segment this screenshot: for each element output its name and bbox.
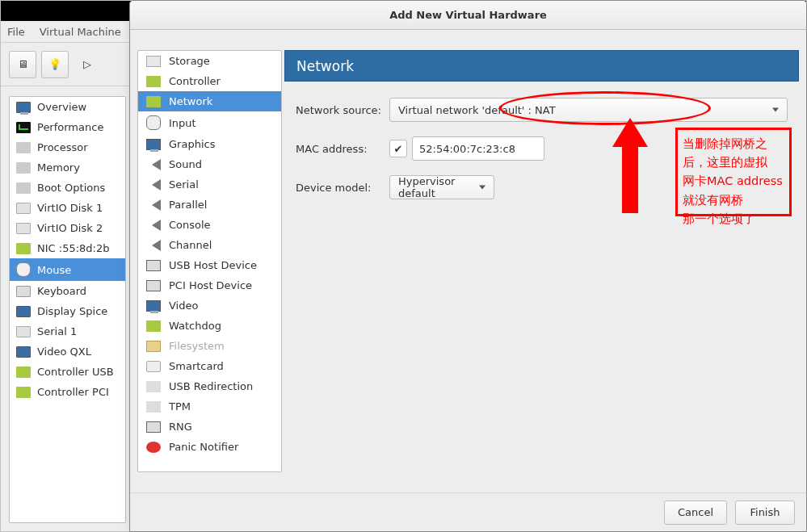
sidebar-item-nic[interactable]: NIC :55:8d:2b xyxy=(10,238,125,258)
graphics-icon xyxy=(146,139,161,150)
pci-icon xyxy=(146,280,161,291)
sidebar-item-label: Display Spice xyxy=(37,305,107,317)
hw-item-label: TPM xyxy=(169,400,191,413)
keyboard-icon xyxy=(16,286,31,297)
hardware-type-list[interactable]: Storage Controller Network Input Graphic… xyxy=(137,50,282,472)
cpu-icon xyxy=(16,142,31,153)
sidebar-item-label: Performance xyxy=(37,121,103,133)
sidebar-item-processor[interactable]: Processor xyxy=(10,137,125,157)
sidebar-item-controller-usb[interactable]: Controller USB xyxy=(10,362,125,382)
sidebar-item-label: VirtIO Disk 2 xyxy=(37,222,103,234)
sidebar-item-overview[interactable]: Overview xyxy=(10,97,125,117)
sidebar-item-video-qxl[interactable]: Video QXL xyxy=(10,341,125,362)
device-model-select[interactable]: Hypervisor default xyxy=(389,175,494,199)
controller-icon xyxy=(16,367,31,378)
disk-icon xyxy=(16,223,31,234)
finish-button-label: Finish xyxy=(750,506,780,518)
hw-item-network[interactable]: Network xyxy=(138,91,281,111)
hw-item-usb-host-device[interactable]: USB Host Device xyxy=(138,255,281,275)
vm-hardware-sidebar[interactable]: Overview Performance Processor Memory Bo… xyxy=(9,96,126,523)
sidebar-item-memory[interactable]: Memory xyxy=(10,157,125,178)
hw-item-graphics[interactable]: Graphics xyxy=(138,134,281,154)
panic-icon xyxy=(146,442,161,453)
nic-icon xyxy=(16,243,31,254)
network-source-value: Virtual network 'default' : NAT xyxy=(398,104,556,116)
menu-file[interactable]: File xyxy=(7,26,25,38)
parallel-icon xyxy=(146,199,161,211)
disk-icon xyxy=(16,203,31,214)
hw-item-input[interactable]: Input xyxy=(138,111,281,134)
tpm-icon xyxy=(146,401,161,413)
hw-item-serial[interactable]: Serial xyxy=(138,174,281,195)
mac-address-input[interactable]: 52:54:00:7c:23:c8 xyxy=(412,136,544,161)
dialog-body: Storage Controller Network Input Graphic… xyxy=(130,30,806,492)
sidebar-item-label: Memory xyxy=(37,161,80,174)
sidebar-item-mouse[interactable]: Mouse xyxy=(10,258,125,281)
folder-icon xyxy=(146,341,161,352)
channel-icon xyxy=(146,240,161,251)
hw-item-label: Network xyxy=(169,95,212,107)
sidebar-item-display-spice[interactable]: Display Spice xyxy=(10,301,125,321)
sidebar-item-boot-options[interactable]: Boot Options xyxy=(10,178,125,198)
config-body: Network source: Virtual network 'default… xyxy=(284,82,799,472)
device-model-value: Hypervisor default xyxy=(398,175,485,199)
field-mac-address: MAC address: 52:54:00:7c:23:c8 xyxy=(296,136,788,161)
hw-item-label: Input xyxy=(169,117,196,129)
mac-address-checkbox[interactable] xyxy=(389,140,407,157)
hw-item-console[interactable]: Console xyxy=(138,215,281,235)
finish-button[interactable]: Finish xyxy=(735,501,795,525)
hw-item-pci-host-device[interactable]: PCI Host Device xyxy=(138,275,281,295)
dialog-titlebar[interactable]: Add New Virtual Hardware xyxy=(130,1,806,30)
hw-item-panic-notifier[interactable]: Panic Notifier xyxy=(138,437,281,457)
hw-item-label: Video xyxy=(169,300,198,312)
sidebar-item-label: Serial 1 xyxy=(37,325,77,337)
hw-item-label: Smartcard xyxy=(169,360,224,372)
hw-item-video[interactable]: Video xyxy=(138,295,281,316)
hw-item-parallel[interactable]: Parallel xyxy=(138,195,281,215)
network-source-label: Network source: xyxy=(296,104,389,116)
hw-item-watchdog[interactable]: Watchdog xyxy=(138,316,281,336)
hw-item-smartcard[interactable]: Smartcard xyxy=(138,356,281,376)
sidebar-item-label: Video QXL xyxy=(37,346,91,358)
sidebar-item-label: NIC :55:8d:2b xyxy=(37,242,110,254)
sidebar-item-serial-1[interactable]: Serial 1 xyxy=(10,321,125,341)
hw-item-label: USB Redirection xyxy=(169,380,253,392)
field-network-source: Network source: Virtual network 'default… xyxy=(296,98,788,122)
device-model-label: Device model: xyxy=(296,182,389,194)
hw-item-rng[interactable]: RNG xyxy=(138,417,281,437)
performance-icon xyxy=(16,122,31,133)
cancel-button[interactable]: Cancel xyxy=(664,501,727,525)
hw-item-label: Storage xyxy=(169,55,210,67)
mac-address-label: MAC address: xyxy=(296,143,389,155)
dialog-title: Add New Virtual Hardware xyxy=(389,9,547,21)
monitor-icon: 🖥 xyxy=(18,58,28,70)
sidebar-item-label: Keyboard xyxy=(37,285,86,297)
chevron-down-icon xyxy=(479,186,485,190)
hw-item-sound[interactable]: Sound xyxy=(138,154,281,174)
sidebar-item-controller-pci[interactable]: Controller PCI xyxy=(10,382,125,402)
sidebar-item-label: Overview xyxy=(37,101,86,113)
bulb-icon: 💡 xyxy=(48,58,61,70)
field-device-model: Device model: Hypervisor default xyxy=(296,175,788,199)
hw-item-controller[interactable]: Controller xyxy=(138,71,281,91)
hw-item-storage[interactable]: Storage xyxy=(138,51,281,71)
sidebar-item-label: Processor xyxy=(37,141,88,153)
boot-icon xyxy=(16,182,31,194)
sidebar-item-performance[interactable]: Performance xyxy=(10,117,125,137)
hw-item-label: PCI Host Device xyxy=(169,279,252,291)
input-icon xyxy=(146,115,161,130)
details-button[interactable]: 💡 xyxy=(41,51,69,78)
play-icon: ▷ xyxy=(83,58,91,70)
memory-icon xyxy=(16,162,31,174)
run-button[interactable]: ▷ xyxy=(74,51,101,78)
console-button[interactable]: 🖥 xyxy=(9,51,36,78)
hw-item-channel[interactable]: Channel xyxy=(138,235,281,255)
sidebar-item-virtio-disk-1[interactable]: VirtIO Disk 1 xyxy=(10,198,125,218)
network-source-select[interactable]: Virtual network 'default' : NAT xyxy=(389,98,788,122)
sidebar-item-virtio-disk-2[interactable]: VirtIO Disk 2 xyxy=(10,218,125,238)
network-icon xyxy=(146,96,161,107)
hw-item-usb-redirection[interactable]: USB Redirection xyxy=(138,376,281,396)
sidebar-item-keyboard[interactable]: Keyboard xyxy=(10,281,125,301)
hw-item-tpm[interactable]: TPM xyxy=(138,396,281,417)
menu-virtual-machine[interactable]: Virtual Machine xyxy=(40,26,121,38)
